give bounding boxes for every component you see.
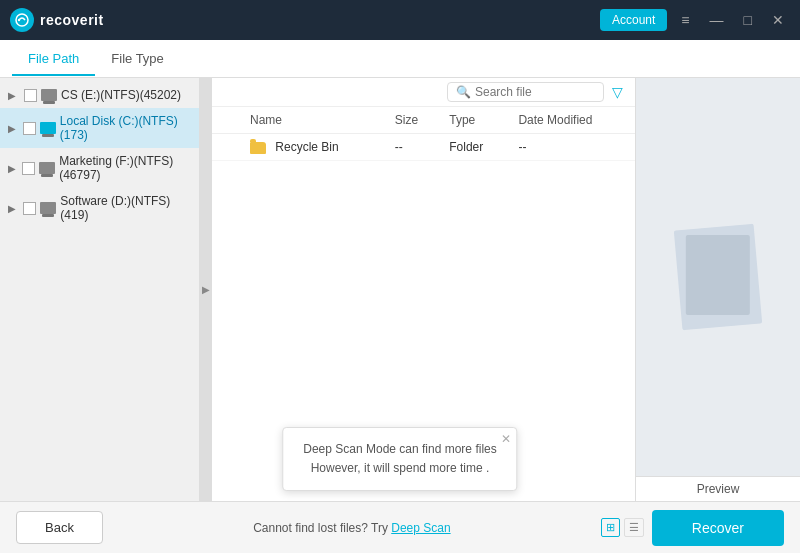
deep-scan-link[interactable]: Deep Scan — [391, 521, 450, 535]
row-type-cell: Folder — [441, 134, 510, 161]
expand-arrow-3: ▶ — [8, 203, 19, 214]
row-name: Recycle Bin — [275, 140, 338, 154]
main-container: File Path File Type ▶ CS (E:)(NTFS)(4520… — [0, 40, 800, 553]
col-name[interactable]: Name — [242, 107, 387, 134]
collapse-icon: ▶ — [202, 284, 210, 295]
sidebar-item-2[interactable]: ▶ Marketing (F:)(NTFS)(46797) — [0, 148, 199, 188]
account-button[interactable]: Account — [600, 9, 667, 31]
checkbox-1[interactable] — [23, 122, 36, 135]
view-toggle: ⊞ ☰ — [601, 518, 644, 537]
expand-arrow-2: ▶ — [8, 163, 18, 174]
filter-icon[interactable]: ▽ — [612, 84, 623, 100]
collapse-handle[interactable]: ▶ — [200, 78, 212, 501]
svg-point-1 — [18, 19, 20, 21]
tooltip-line2: However, it will spend more time . — [303, 459, 496, 478]
recover-button[interactable]: Recover — [652, 510, 784, 546]
col-date[interactable]: Date Modified — [510, 107, 635, 134]
minimize-button[interactable]: — — [704, 9, 730, 31]
search-icon: 🔍 — [456, 85, 471, 99]
preview-image-area — [636, 78, 800, 476]
preview-placeholder — [674, 224, 762, 331]
sidebar-item-0[interactable]: ▶ CS (E:)(NTFS)(45202) — [0, 82, 199, 108]
tooltip-line1: Deep Scan Mode can find more files — [303, 440, 496, 459]
sidebar-label-3: Software (D:)(NTFS)(419) — [60, 194, 191, 222]
search-input[interactable] — [475, 85, 595, 99]
row-name-cell: Recycle Bin — [242, 134, 387, 161]
tooltip-close-button[interactable]: ✕ — [501, 432, 511, 446]
checkbox-3[interactable] — [23, 202, 36, 215]
col-size[interactable]: Size — [387, 107, 441, 134]
tab-file-type[interactable]: File Type — [95, 43, 180, 76]
drive-icon-2 — [39, 162, 55, 174]
app-name: recoverit — [40, 12, 104, 28]
search-box: 🔍 — [447, 82, 604, 102]
menu-button[interactable]: ≡ — [675, 9, 695, 31]
back-button[interactable]: Back — [16, 511, 103, 544]
app-logo: recoverit — [10, 8, 600, 32]
row-date-cell: -- — [510, 134, 635, 161]
drive-icon-0 — [41, 89, 57, 101]
sidebar-label-0: CS (E:)(NTFS)(45202) — [61, 88, 181, 102]
sidebar-item-1[interactable]: ▶ Local Disk (C:)(NTFS)(173) — [0, 108, 199, 148]
sidebar: ▶ CS (E:)(NTFS)(45202) ▶ Local Disk (C:)… — [0, 78, 200, 501]
close-button[interactable]: ✕ — [766, 9, 790, 31]
file-toolbar: 🔍 ▽ — [212, 78, 635, 107]
expand-arrow-0: ▶ — [8, 90, 20, 101]
maximize-button[interactable]: □ — [738, 9, 758, 31]
table-row[interactable]: Recycle Bin -- Folder -- — [212, 134, 635, 161]
sidebar-label-1: Local Disk (C:)(NTFS)(173) — [60, 114, 191, 142]
logo-icon — [10, 8, 34, 32]
drive-icon-1 — [40, 122, 56, 134]
grid-view-button[interactable]: ⊞ — [601, 518, 620, 537]
preview-button[interactable]: Preview — [636, 476, 800, 501]
row-checkbox-cell — [212, 134, 242, 161]
checkbox-0[interactable] — [24, 89, 37, 102]
tab-bar: File Path File Type — [0, 40, 800, 78]
titlebar: recoverit Account ≡ — □ ✕ — [0, 0, 800, 40]
expand-arrow-1: ▶ — [8, 123, 19, 134]
checkbox-2[interactable] — [22, 162, 35, 175]
tooltip-popup: ✕ Deep Scan Mode can find more files How… — [282, 427, 517, 491]
sidebar-label-2: Marketing (F:)(NTFS)(46797) — [59, 154, 191, 182]
col-type[interactable]: Type — [441, 107, 510, 134]
bottom-bar: ✕ Deep Scan Mode can find more files How… — [0, 501, 800, 553]
folder-icon — [250, 142, 266, 154]
tab-file-path[interactable]: File Path — [12, 43, 95, 76]
preview-panel: Preview — [635, 78, 800, 501]
titlebar-actions: Account ≡ — □ ✕ — [600, 9, 790, 31]
col-checkbox — [212, 107, 242, 134]
status-prefix: Cannot find lost files? Try — [253, 521, 391, 535]
status-text: Cannot find lost files? Try Deep Scan — [103, 521, 601, 535]
list-view-button[interactable]: ☰ — [624, 518, 644, 537]
sidebar-item-3[interactable]: ▶ Software (D:)(NTFS)(419) — [0, 188, 199, 228]
table-header-row: Name Size Type Date Modified — [212, 107, 635, 134]
svg-point-0 — [16, 14, 28, 26]
row-size-cell: -- — [387, 134, 441, 161]
drive-icon-3 — [40, 202, 56, 214]
